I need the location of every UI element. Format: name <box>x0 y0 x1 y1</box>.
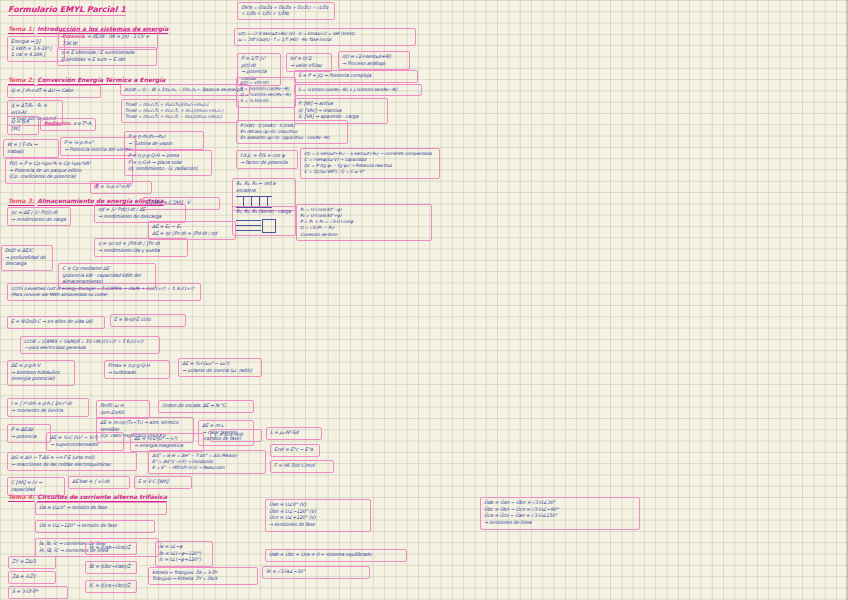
formula-box: W = ∫ F·dx → trabajo <box>3 139 59 158</box>
note-text: i(t) = √2·I·sen(ωt+θi) → Proceso análogo <box>342 54 391 66</box>
formula-box: E = N·DoD·C → en años de vida útil <box>7 316 105 329</box>
formula-box: Tmez = (ṁ₁c₁T₁ + ṁ₂c₂T₂)/(ṁ₁c₁+ṁ₂c₂) Tme… <box>121 99 239 123</box>
note-text: ĪA = √3·Īa∠−30° <box>266 569 305 574</box>
formula-box: Ūb = U∠−120° → tensión de fase <box>35 520 155 533</box>
note-text: P = η·ρ·g·Q·H → presa P = η·G·A → placa … <box>128 153 197 171</box>
note-text: f.d.p. = P/S = cos φ → factor de potenci… <box>240 153 287 165</box>
threephase-circuit-sketch <box>236 218 278 233</box>
formula-box: S̄ = ½VmIm·cos(θv−θi) + j·½VmIm·sen(θv−θ… <box>294 84 422 96</box>
formula-box: ΔG° = w el = ΔH° − T·ΔS° = ΔG (Redox) E°… <box>148 450 266 474</box>
formula-box: S̄ = 3·Ūf·Īf* <box>8 586 68 599</box>
formula-box: ĪA = (Ūab−Ūca)/Z̄ <box>85 542 137 555</box>
note-text: ΔE = ρ·g·h·V → bombeo hidráulico (energí… <box>11 363 59 381</box>
note-text: ΔG = ΔH − T·ΔS = −n·F·E (una mol) → reac… <box>11 455 110 467</box>
note-text: P = ½·ρ·A·v³ → Potencia teórica del vien… <box>64 140 131 152</box>
note-text: Ief = I/√2 → valor eficaz <box>290 56 322 68</box>
formula-box: ĪA = √3·Īa∠−30° <box>262 566 370 579</box>
formula-box: Ūa = U∠0° → tensión de fase <box>35 502 167 515</box>
formula-box: ΔG = ΔH − T·ΔS = −n·F·E (una mol) → reac… <box>7 452 137 471</box>
formula-lead: Tema 4: <box>8 493 34 500</box>
formula-box: f.d.p. = P/S = cos φ → factor de potenci… <box>236 150 298 169</box>
formula-lead: Potencia <box>62 34 85 39</box>
note-text: Ūab = Ūan − Ūbn = √3·U∠30° Ūbc = Ūbn − Ū… <box>484 500 558 525</box>
highlight-formula-box: P̄= ½·ρ·v̄³·π·R² <box>90 181 152 194</box>
note-text: E [Wh] = C [Ah] · V̄ <box>146 200 190 205</box>
formula-box: v(t) = √2·V·sen(ωt+θv) (V) · V = Vmax/√2… <box>234 28 416 46</box>
note-text: Q = ∫ ṁ·c·dT = ΔU → Calor <box>11 88 73 93</box>
formula-box: ΔE = ρ·g·h·V → bombeo hidráulico (energí… <box>7 360 75 386</box>
formula-lead: Tema 3: <box>8 197 34 204</box>
section-heading: Tema 3:Almacenamiento de energía eléctri… <box>8 197 164 204</box>
note-text: v(t) = √2·V·sen(ωt+θv) (V) · V = Vmax/√2… <box>238 31 354 42</box>
formula-lead: Radiación: <box>44 121 71 126</box>
note-text: Ūan = U∠0° (V) Ūbn = U∠−120° (V) Ūcn = U… <box>269 502 316 527</box>
note-text: Estrella ↔ Triángulo: Z̄Δ = 3·Z̄Y Triáng… <box>152 570 217 581</box>
note-text: Circuitos de corriente alterna trifásica <box>37 493 167 500</box>
formula-box: Z̄Δ = 3·Z̄Y <box>8 571 56 584</box>
note-text: Formulario EMYL Parcial 1 <box>8 5 126 14</box>
formula-box: Orden de escala: ΔE ↔ N·°C <box>158 400 254 413</box>
note-text: η = E obtenida / E suministrada E pérdid… <box>61 50 134 62</box>
formula-box: Pmax = η·ρ·g·Q·H → turbinado <box>104 360 170 379</box>
note-text: Energía ↔ [J] 1 kWh = 3.6·10⁶ J 1 cal = … <box>11 39 52 57</box>
note-text: ηc = ΔE / ∫₀ᵗ Pc(t)·dt → rendimiento de … <box>11 210 66 222</box>
note-text: R₁, R₂, R₃ (Serie) · carga <box>236 209 291 214</box>
section-heading: Tema 4:Circuitos de corriente alterna tr… <box>8 493 167 500</box>
note-text: E = V̄·C [Wh] <box>138 479 168 484</box>
note-text: LCOE = (CAPEX + O&M)/E = Σ(Iₜ+Mₜ)/(1+r)ᵗ… <box>24 339 144 350</box>
note-text: ΔE = E₂ − E₁ ΔE = ηc·∫Pc·dt = ∫Pd·dt / η… <box>152 224 217 236</box>
note-text: C [Ah] = I·t → capacidad <box>11 480 42 492</box>
formula-box: i(t) = I₁·sen(ωt+θ₁) − I₂·sen(ωt+θ₂) → c… <box>300 148 440 179</box>
formula-box: Ūab = Ūan − Ūbn = √3·U∠30° Ūbc = Ūbn − Ū… <box>480 497 640 530</box>
note-text: Perfil: ω = rpm·2π/60 <box>100 403 124 415</box>
highlight-label: P̄ <box>94 184 99 189</box>
note-text: Īa = I∠−φ Īb = I∠(−φ−120°) Īc = I∠(−φ+12… <box>159 544 201 562</box>
formula-box: P [kW] · Q [kVAr] · S [kVA] En retraso (… <box>236 120 348 144</box>
note-text: Pmax = η·ρ·g·Q·H → turbinado <box>108 363 149 375</box>
formula-box: ĪB = (Ūbc−Ūab)/Z̄ <box>85 561 137 574</box>
formula-box: ΔE = ½·C·(V₂² − V₁²) → supercondensador <box>46 432 124 451</box>
formula-box: Ūan = U∠0° (V) Ūbn = U∠−120° (V) Ūcn = U… <box>265 499 371 532</box>
formula-box: P = η·ṁ·(h₁−h₂) → Turbina de vapor <box>124 131 204 150</box>
formula-box: E = N·ηd·E ciclo <box>110 314 186 327</box>
formula-box: L = μ₀·N²·S/ℓ <box>266 427 322 440</box>
formula-box: I = ∫ r²·dm = ρ·h·∫ 2π·r³·dr → momento d… <box>7 398 89 417</box>
note-text: I = ∫ r²·dm = ρ·h·∫ 2π·r³·dr → momento d… <box>11 401 72 413</box>
note-text: Orden de escala: ΔE ↔ N·°C <box>162 403 226 408</box>
formula-lead: Tema 1: <box>8 25 34 32</box>
note-text: S̄ = 3·Ūf·Īf* <box>12 589 38 594</box>
note-text: P: [W] → activa Q: [VAr] → reactiva S: [… <box>298 101 358 119</box>
note-text: S̄ = ½VmIm·cos(θv−θi) + j·½VmIm·sen(θv−θ… <box>298 87 397 92</box>
note-text: W = ∫ F·dx → trabajo <box>7 142 37 154</box>
note-text: P [kW] · Q [kVAr] · S [kVA] En retraso (… <box>240 123 329 140</box>
formula-box: Ūab + Ūbc + Ūca = 0 ← sistema equilibrad… <box>265 549 407 562</box>
formula-lead: Tema 2: <box>8 76 34 83</box>
formula-box: S̄ = P + jQ → Potencia compleja <box>294 70 418 83</box>
formula-box: η = ηc·ηd = ∫Pd·dt / ∫Pc·dt → rendimient… <box>94 238 188 257</box>
note-text: S̄ = P + jQ → Potencia compleja <box>298 73 371 78</box>
formula-box: Estrella ↔ Triángulo: Z̄Δ = 3·Z̄Y Triáng… <box>148 567 258 585</box>
formula-box: E [Wh] = C [Ah] · V̄ <box>142 197 220 210</box>
formula-box: E = V̄·C [Wh] <box>134 476 192 489</box>
note-text: Z̄Y = Z̄Δ/3 <box>12 559 36 564</box>
note-text: ΔE = ½·I·(ω₂² − ω₁²) → volante de inerci… <box>182 361 252 373</box>
note-text: p(t) = v(t)·i(t) P = ½VmIm·cos(θv−θi) Q … <box>240 80 291 103</box>
note-text: Conversión Energía Térmica a Energía <box>37 76 165 83</box>
note-text: Z̄Δ = 3·Z̄Y <box>12 574 36 579</box>
note-text: E = N·ηd·E ciclo <box>114 317 151 322</box>
note-text: Q̇ = q̇·A [W] <box>11 119 29 131</box>
note-text: R₁, R₂, R₃ ← red a escalera <box>236 181 275 193</box>
note-text: ΔE bat = ∫ v·i·dt <box>72 479 109 484</box>
note-text: ĪB = (Ūbc−Ūab)/Z̄ <box>89 564 131 569</box>
note-text: ΔE = ½·C·(V₂² − V₁²) → supercondensador <box>50 435 98 447</box>
note-text: C = ε₀·εᵣ·A/d <box>214 432 242 437</box>
note-text: LCOS (Levelized cost of energy storage) … <box>11 286 194 297</box>
formula-box: ΔE = ½·I·(ω₂² − ω₁²) → volante de inerci… <box>178 358 262 377</box>
formula-box: η = E obtenida / E suministrada E pérdid… <box>57 47 157 66</box>
section-heading: Tema 2:Conversión Energía Térmica a Ener… <box>8 76 165 83</box>
note-text: ŪN'N = (Ūa/Z̄a + Ūb/Z̄b + Ūc/Z̄c) ÷ (1/Z… <box>241 5 328 16</box>
formula-box: LCOE = (CAPEX + O&M)/E = Σ(Iₜ+Mₜ)/(1+r)ᵗ… <box>20 336 160 354</box>
note-text: C = Cp mediante ΔE (potencia kW · capaci… <box>62 266 141 284</box>
formula-box: p(t) = v(t)·i(t) P = ½VmIm·cos(θv−θi) Q … <box>236 77 296 108</box>
formula-box: F = 96 500 C/mol <box>270 460 334 473</box>
